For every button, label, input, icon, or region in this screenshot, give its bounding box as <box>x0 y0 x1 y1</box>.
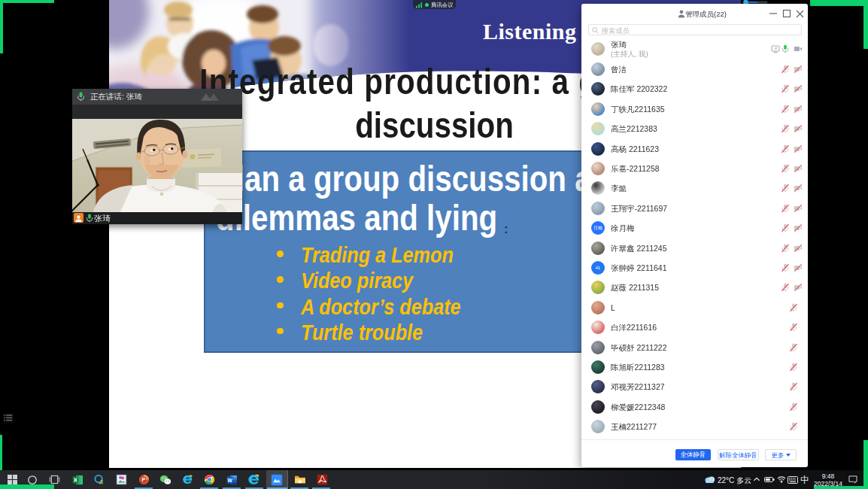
member-row[interactable]: 陈佳军 2202322 <box>581 79 808 99</box>
ime-indicator[interactable]: 中 <box>800 474 809 487</box>
unmute-all-button[interactable]: 解除全体静音 <box>718 449 759 460</box>
battery-icon[interactable] <box>764 476 775 483</box>
mute-all-button[interactable]: 全体静音 <box>675 449 711 460</box>
taskbar-wechat[interactable] <box>155 470 176 489</box>
speaker-name-label: 张琦 <box>94 213 111 224</box>
member-avatar <box>591 202 605 215</box>
wifi-icon[interactable] <box>777 475 786 483</box>
taskbar-file-explorer[interactable] <box>290 470 311 489</box>
member-row[interactable]: 王楠2211277 <box>581 417 808 436</box>
mic-muted-icon[interactable] <box>781 263 790 272</box>
member-row[interactable]: L <box>581 298 808 317</box>
camera-muted-icon[interactable] <box>794 263 803 272</box>
member-avatar <box>591 380 605 393</box>
video-float-window[interactable]: 正在讲话: 张琦 <box>72 89 242 224</box>
signal-bars-icon <box>416 2 423 8</box>
camera-muted-icon[interactable] <box>794 204 803 213</box>
taskbar-ie2[interactable] <box>243 470 264 489</box>
mic-muted-icon[interactable] <box>781 204 790 213</box>
taskbar-chrome[interactable] <box>199 470 220 489</box>
member-row[interactable]: 柳爱媛2212348 <box>581 397 808 417</box>
member-row[interactable]: 白洋2211616 <box>581 317 808 337</box>
member-avatar <box>591 281 605 294</box>
slide-box-line2: dilemmas and lying <box>216 200 497 236</box>
mic-muted-icon[interactable] <box>781 223 790 232</box>
camera-muted-icon[interactable] <box>794 65 803 74</box>
camera-muted-icon[interactable] <box>794 184 803 193</box>
mic-on-icon[interactable] <box>781 44 790 53</box>
camera-muted-icon[interactable] <box>794 124 803 133</box>
acrobat-icon <box>317 475 327 485</box>
member-row[interactable]: 高杨 2211623 <box>581 139 808 159</box>
member-name: 高兰2212383 <box>611 124 657 135</box>
member-row[interactable]: 李懿 <box>581 178 808 198</box>
camera-on-icon[interactable] <box>794 44 803 53</box>
mic-muted-icon[interactable] <box>781 144 790 153</box>
member-row[interactable]: 月梅 徐月梅 <box>581 218 808 238</box>
mic-muted-icon[interactable] <box>781 283 790 292</box>
tencent-meeting-icon <box>272 474 283 485</box>
panel-titlebar[interactable]: 管理成员(22) <box>581 4 808 25</box>
mic-muted-icon[interactable] <box>781 164 790 173</box>
action-center-icon[interactable] <box>848 475 857 484</box>
member-name: 丁轶凡2211635 <box>611 105 665 115</box>
camera-muted-icon[interactable] <box>794 223 803 232</box>
member-row[interactable]: 高兰2212383 <box>581 119 808 138</box>
member-row[interactable]: 陈旭昕2211283 <box>581 357 808 377</box>
mic-muted-icon[interactable] <box>789 303 798 312</box>
member-avatar <box>591 42 605 56</box>
member-list[interactable]: 张琦 (主持人, 我) <box>581 39 808 436</box>
member-row[interactable]: 乐嘉-2211258 <box>581 159 808 178</box>
weather-label[interactable]: 22°C 多云 <box>718 475 751 486</box>
member-row[interactable]: 王翔宇-2211697 <box>581 199 808 218</box>
member-row[interactable]: 赵薇 2211315 <box>581 278 808 297</box>
taskbar-word[interactable]: W <box>221 470 242 489</box>
camera-muted-icon[interactable] <box>794 144 803 153</box>
mic-muted-icon[interactable] <box>781 184 790 193</box>
camera-muted-icon[interactable] <box>794 283 803 292</box>
mic-muted-icon[interactable] <box>789 323 798 332</box>
member-row[interactable]: 张琦 (主持人, 我) <box>581 39 808 59</box>
mic-muted-icon[interactable] <box>781 124 790 133</box>
taskbar-qq[interactable] <box>89 470 110 489</box>
taskbar-excel[interactable] <box>67 470 88 489</box>
camera-muted-icon[interactable] <box>794 105 803 114</box>
member-row[interactable]: 毕硕舒 2211222 <box>581 338 808 357</box>
taskbar-acrobat[interactable] <box>311 470 332 489</box>
member-row[interactable]: 丁轶凡2211635 <box>581 99 808 119</box>
taskbar-tencent-meeting[interactable] <box>266 470 287 489</box>
more-button[interactable]: 更多 <box>765 449 797 460</box>
taskbar-photo-viewer[interactable] <box>111 470 132 489</box>
camera-muted-icon[interactable] <box>794 164 803 173</box>
member-row[interactable]: 41 张翀婷 2211641 <box>581 258 808 278</box>
tray-clock[interactable]: 9:48 2022/3/14 <box>814 472 842 487</box>
taskbar-ie[interactable] <box>177 470 198 489</box>
mic-muted-icon[interactable] <box>781 65 790 74</box>
camera-muted-icon[interactable] <box>794 84 803 93</box>
member-name: 柳爱媛2212348 <box>611 402 665 413</box>
member-row[interactable]: 邓视芳2211327 <box>581 377 808 396</box>
close-button[interactable] <box>791 4 808 23</box>
camera-muted-icon[interactable] <box>794 244 803 253</box>
search-members-input[interactable]: 搜索成员 <box>588 24 802 35</box>
mic-muted-icon[interactable] <box>789 402 798 412</box>
mic-muted-icon[interactable] <box>789 343 798 352</box>
mic-muted-icon[interactable] <box>789 382 798 391</box>
touch-keyboard-icon[interactable] <box>788 476 798 484</box>
mic-muted-icon[interactable] <box>781 105 790 114</box>
member-row[interactable]: 曾洁 <box>581 59 808 79</box>
mic-muted-icon[interactable] <box>789 363 798 372</box>
member-name: 乐嘉-2211258 <box>611 164 660 175</box>
taskbar-powerpoint[interactable]: P <box>133 470 154 489</box>
tray-chevron-up-icon[interactable] <box>753 476 760 482</box>
wallpaper-accent <box>814 486 868 489</box>
mic-muted-icon[interactable] <box>781 84 790 93</box>
mic-muted-icon[interactable] <box>789 422 798 431</box>
meeting-share-pill[interactable]: 腾讯会议 <box>413 0 456 9</box>
mic-muted-icon[interactable] <box>781 244 790 253</box>
desktop-shortcut-icon[interactable] <box>3 413 14 426</box>
screen-share-icon[interactable] <box>771 44 780 53</box>
video-window-header[interactable]: 正在讲话: 张琦 <box>72 89 242 105</box>
cortana-circle-icon <box>27 475 37 484</box>
member-row[interactable]: 许翠鑫 2211245 <box>581 238 808 258</box>
